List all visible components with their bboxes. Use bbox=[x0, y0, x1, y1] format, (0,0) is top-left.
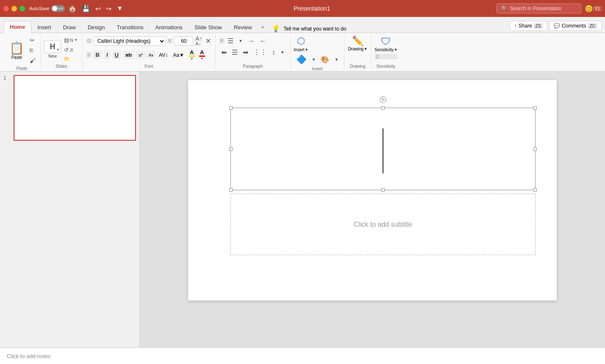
handle-middle-left[interactable] bbox=[229, 147, 233, 151]
insert-bottom-row: 🔷 ▼ 🎨 ▼ bbox=[294, 53, 341, 66]
arrange-dropdown[interactable]: ▼ bbox=[310, 56, 318, 63]
comments-button[interactable]: 💬 Comments ZC bbox=[549, 21, 602, 31]
q-shortcut: Q bbox=[376, 54, 379, 59]
sensitivity-label: Sensitivity bbox=[375, 47, 394, 52]
clipboard-buttons: ✂ ⎘ 🖌 bbox=[28, 36, 37, 65]
title-textbox[interactable]: ↻ bbox=[230, 108, 536, 190]
search-placeholder: Search in Presentation bbox=[510, 6, 561, 11]
notes-placeholder: Click to add notes bbox=[7, 353, 50, 359]
close-button[interactable] bbox=[3, 6, 9, 11]
font-size-arrows: A↑ A↓ bbox=[195, 36, 203, 46]
italic-button[interactable]: I bbox=[104, 50, 111, 59]
slide-thumbnail[interactable] bbox=[14, 75, 136, 141]
handle-top-right[interactable] bbox=[533, 106, 537, 110]
font-decrease-button[interactable]: A↓ bbox=[195, 42, 203, 46]
tab-design[interactable]: Design bbox=[82, 22, 111, 33]
tell-me-text[interactable]: Tell me what you want to do bbox=[283, 26, 346, 32]
section-button[interactable]: 📁 bbox=[63, 55, 71, 63]
indent-left-button[interactable]: ← bbox=[258, 36, 269, 46]
text-case-button[interactable]: Aa▼ bbox=[171, 51, 186, 59]
home-icon[interactable]: 🏠 bbox=[68, 5, 77, 13]
superscript-button[interactable]: x² bbox=[136, 51, 145, 59]
sensitivity-dropdown[interactable]: ▼ bbox=[394, 48, 397, 52]
quick-styles-button[interactable]: 🎨 bbox=[319, 54, 331, 65]
ribbon-right: ↑ Share ZS 💬 Comments ZC bbox=[510, 21, 602, 33]
tab-more[interactable]: » bbox=[258, 22, 268, 33]
tab-insert[interactable]: Insert bbox=[31, 22, 57, 33]
align-right-button[interactable]: ➡ bbox=[241, 47, 250, 58]
handle-bottom-right[interactable] bbox=[533, 188, 537, 192]
list-button[interactable]: ☰ bbox=[225, 36, 236, 46]
arrange-button[interactable]: 🔷 bbox=[294, 53, 309, 66]
drawing-tools-button[interactable]: ✏️ Drawing ▼ bbox=[348, 36, 367, 51]
format-painter-button[interactable]: 🖌 bbox=[28, 56, 37, 65]
font-family-select[interactable]: Calibri Light (Headings) bbox=[94, 36, 166, 46]
handle-bottom-center[interactable] bbox=[381, 188, 385, 192]
paragraph-controls: R ☰ ▼ → ← ⬅ ☰ ➡ ⋮⋮ ↕ ▼ bbox=[219, 36, 287, 63]
font-color-button[interactable]: A ▼ bbox=[198, 49, 206, 61]
emoji-button[interactable]: 😊 bbox=[585, 5, 593, 13]
align-left-button[interactable]: ⬅ bbox=[219, 47, 229, 58]
font-size-input[interactable] bbox=[174, 36, 193, 46]
shapes-button[interactable]: ⬡ Insert ▼ bbox=[294, 36, 308, 52]
subscript-button[interactable]: x₂ bbox=[146, 51, 155, 59]
subtitle-textbox[interactable]: Click to add subtitle bbox=[230, 194, 536, 255]
tell-me-area[interactable]: 💡 Tell me what you want to do bbox=[267, 25, 510, 33]
drawing-dropdown[interactable]: ▼ bbox=[364, 47, 367, 51]
line-spacing-dropdown[interactable]: ▼ bbox=[278, 49, 287, 56]
autosave-toggle[interactable] bbox=[51, 5, 65, 12]
clear-format-button[interactable]: ✕ bbox=[205, 36, 212, 46]
layout-button[interactable]: ▤ N ▼ bbox=[63, 36, 79, 44]
ribbon-group-font: G Calibri Light (Headings) K A↑ A↓ ✕ S B bbox=[83, 35, 216, 69]
columns-button[interactable]: ⋮⋮ bbox=[251, 47, 269, 58]
tab-draw[interactable]: Draw bbox=[57, 22, 82, 33]
bold-button[interactable]: B bbox=[93, 50, 102, 59]
ribbon-group-slides: H New ▤ N ▼ ↺ JI 📁 bbox=[41, 35, 83, 69]
handle-top-center[interactable] bbox=[381, 106, 385, 110]
new-slide-button[interactable]: H New bbox=[44, 40, 61, 58]
paste-group-label: Paste bbox=[17, 65, 28, 71]
notes-area[interactable]: Click to add notes bbox=[0, 347, 605, 364]
tab-home[interactable]: Home bbox=[3, 21, 31, 33]
save-icon[interactable]: 💾 bbox=[82, 5, 90, 13]
text-spacing-button[interactable]: AV↕ bbox=[157, 51, 169, 59]
drawing-label: Drawing bbox=[348, 47, 364, 51]
shapes-dropdown[interactable]: ▼ bbox=[305, 48, 308, 52]
minimize-button[interactable] bbox=[11, 6, 17, 11]
indent-right-button[interactable]: → bbox=[246, 36, 257, 46]
handle-bottom-left[interactable] bbox=[229, 188, 233, 192]
share-button[interactable]: ↑ Share ZS bbox=[510, 21, 547, 31]
customize-icon[interactable]: ▼ bbox=[117, 5, 123, 12]
handle-top-left[interactable] bbox=[229, 106, 233, 110]
copy-button[interactable]: ⎘ bbox=[28, 46, 37, 55]
paste-button[interactable]: 📋 Paste bbox=[7, 40, 27, 61]
tab-slideshow[interactable]: Slide Show bbox=[189, 22, 228, 33]
line-spacing-button[interactable]: ↕ bbox=[270, 47, 278, 58]
search-icon: 🔍 bbox=[501, 6, 508, 11]
highlight-color-button[interactable]: A ▼ bbox=[188, 49, 196, 61]
font-increase-button[interactable]: A↑ bbox=[195, 36, 203, 42]
align-center-button[interactable]: ☰ bbox=[230, 47, 240, 58]
tab-review[interactable]: Review bbox=[228, 22, 258, 33]
reset-button[interactable]: ↺ JI bbox=[63, 45, 75, 54]
redo-icon[interactable]: ↪ bbox=[106, 5, 111, 13]
search-box[interactable]: 🔍 Search in Presentation bbox=[497, 3, 581, 14]
highlight-dropdown[interactable]: ▼ bbox=[190, 57, 194, 61]
font-color-dropdown[interactable]: ▼ bbox=[200, 57, 204, 61]
rotate-handle[interactable]: ↻ bbox=[380, 96, 386, 103]
tab-transitions[interactable]: Transitions bbox=[111, 22, 149, 33]
maximize-button[interactable] bbox=[19, 6, 25, 11]
sensitivity-button[interactable]: 🛡 Sensitivity ▼ bbox=[375, 36, 397, 52]
handle-middle-right[interactable] bbox=[533, 147, 537, 151]
comments-shortcut: ZC bbox=[588, 23, 597, 29]
tab-animations[interactable]: Animations bbox=[150, 22, 189, 33]
strikethrough-button[interactable]: ab bbox=[123, 50, 134, 59]
undo-icon[interactable]: ↩ bbox=[95, 5, 101, 13]
reset-label: JI bbox=[69, 47, 73, 53]
cut-button[interactable]: ✂ bbox=[28, 36, 37, 45]
list-dropdown[interactable]: ▼ bbox=[236, 37, 245, 44]
underline-button[interactable]: U bbox=[112, 50, 121, 59]
slide-canvas[interactable]: ↻ Click to add subtitle bbox=[188, 80, 557, 300]
para-r-shortcut: R bbox=[219, 38, 225, 44]
quick-styles-dropdown[interactable]: ▼ bbox=[332, 56, 341, 63]
